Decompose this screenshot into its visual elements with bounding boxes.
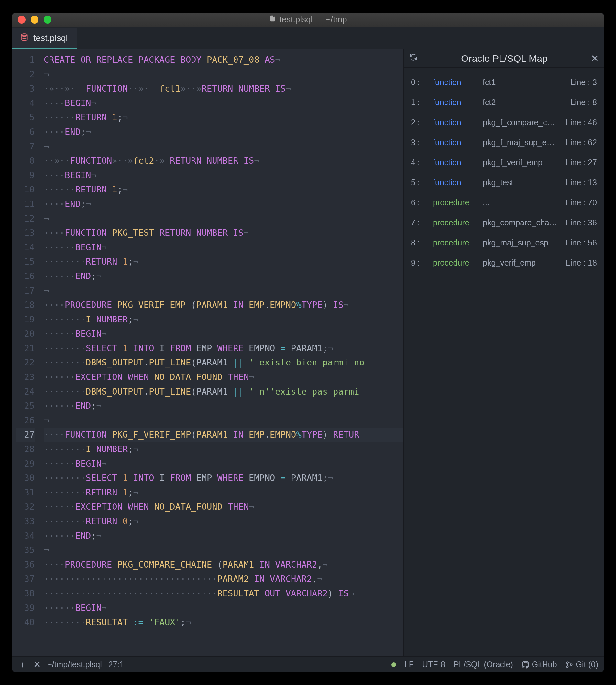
minimize-window-button[interactable] xyxy=(31,16,39,24)
code-line[interactable]: ······EXCEPTION WHEN NO_DATA_FOUND THEN¬ xyxy=(44,370,403,385)
tab-label: test.plsql xyxy=(33,33,68,43)
svg-point-2 xyxy=(570,664,572,665)
code-line[interactable]: ····END;¬ xyxy=(44,197,403,211)
line-number: 32 xyxy=(17,500,35,514)
code-line[interactable]: ·································PARAM2 … xyxy=(44,572,403,586)
map-row[interactable]: 0 :functionfct1Line : 3 xyxy=(404,72,604,92)
map-row-line: Line : 27 xyxy=(566,158,597,167)
editor-body: 1234567891011121314151617181920212223242… xyxy=(12,49,604,656)
code-line[interactable]: ······END;¬ xyxy=(44,269,403,283)
map-row-name: pkg_test xyxy=(483,178,558,187)
side-panel: Oracle PL/SQL Map ✕ 0 :functionfct1Line … xyxy=(403,49,604,656)
code-line[interactable]: ········I NUMBER;¬ xyxy=(44,442,403,457)
zoom-window-button[interactable] xyxy=(44,16,51,24)
code-line[interactable]: ······BEGIN¬ xyxy=(44,240,403,255)
code-line[interactable]: ······END;¬ xyxy=(44,529,403,543)
code-line[interactable]: ········RETURN 1;¬ xyxy=(44,254,403,269)
code-line[interactable]: ·»··»· FUNCTION··»· fct1»··»RETURN NUMBE… xyxy=(44,82,403,96)
code-line[interactable]: ····BEGIN¬ xyxy=(44,168,403,183)
line-number: 36 xyxy=(17,557,35,572)
status-encoding[interactable]: UTF-8 xyxy=(422,660,445,669)
code-line[interactable]: ······END;¬ xyxy=(44,399,403,413)
status-language[interactable]: PL/SQL (Oracle) xyxy=(454,660,513,669)
tab-test-plsql[interactable]: test.plsql xyxy=(12,28,77,49)
code-line[interactable]: ········SELECT 1 INTO I FROM EMP WHERE E… xyxy=(44,471,403,485)
map-row-line: Line : 70 xyxy=(566,198,597,207)
github-label: GitHub xyxy=(532,660,557,669)
map-row[interactable]: 7 :procedurepkg_compare_chaineLine : 36 xyxy=(404,212,604,232)
code-line[interactable]: ··»··FUNCTION»··»fct2·» RETURN NUMBER IS… xyxy=(44,154,403,168)
code-line[interactable]: ····FUNCTION PKG_F_VERIF_EMP(PARAM1 IN E… xyxy=(44,428,403,442)
status-cursor[interactable]: 27:1 xyxy=(108,660,124,669)
map-row-index: 8 : xyxy=(411,238,425,247)
map-row-kind: function xyxy=(433,118,475,127)
status-eol[interactable]: LF xyxy=(404,660,414,669)
code-line[interactable]: ········RETURN 1;¬ xyxy=(44,485,403,500)
code-line[interactable]: ········RESULTAT := 'FAUX';¬ xyxy=(44,615,403,630)
line-number: 1 xyxy=(17,53,35,67)
code-line[interactable]: ······BEGIN¬ xyxy=(44,327,403,341)
code-line[interactable]: ¬ xyxy=(44,67,403,82)
status-file-path[interactable]: ~/tmp/test.plsql xyxy=(47,660,102,669)
window-title-text: test.plsql — ~/tmp xyxy=(280,15,347,25)
map-row[interactable]: 4 :functionpkg_f_verif_empLine : 27 xyxy=(404,152,604,173)
editor-pane[interactable]: 1234567891011121314151617181920212223242… xyxy=(12,49,403,656)
code-line[interactable]: ········DBMS_OUTPUT.PUT_LINE(PARAM1 || '… xyxy=(44,356,403,370)
code-line[interactable]: ······EXCEPTION WHEN NO_DATA_FOUND THEN¬ xyxy=(44,500,403,514)
code-area[interactable]: CREATE OR REPLACE PACKAGE BODY PACK_07_0… xyxy=(38,49,403,656)
new-file-button[interactable]: ＋ xyxy=(18,659,27,671)
line-number: 35 xyxy=(17,543,35,557)
line-number: 25 xyxy=(17,399,35,413)
code-line[interactable]: ········I NUMBER;¬ xyxy=(44,313,403,327)
refresh-icon[interactable] xyxy=(409,53,418,64)
close-window-button[interactable] xyxy=(18,16,26,24)
code-line[interactable]: ····BEGIN¬ xyxy=(44,96,403,111)
close-file-button[interactable]: ✕ xyxy=(33,659,41,670)
map-row-line: Line : 62 xyxy=(566,138,597,147)
github-link[interactable]: GitHub xyxy=(522,660,557,669)
map-row[interactable]: 1 :functionfct2Line : 8 xyxy=(404,92,604,112)
map-row[interactable]: 8 :procedurepkg_maj_sup_esp_chLine : 56 xyxy=(404,232,604,253)
code-line[interactable]: ······BEGIN¬ xyxy=(44,457,403,471)
side-panel-header: Oracle PL/SQL Map ✕ xyxy=(404,49,604,68)
code-line[interactable]: ¬ xyxy=(44,211,403,226)
line-number: 11 xyxy=(17,197,35,211)
git-status[interactable]: Git (0) xyxy=(566,660,598,669)
code-line[interactable]: ¬ xyxy=(44,543,403,557)
code-line[interactable]: ········DBMS_OUTPUT.PUT_LINE(PARAM1 || '… xyxy=(44,385,403,399)
code-line[interactable]: ····FUNCTION PKG_TEST RETURN NUMBER IS¬ xyxy=(44,226,403,240)
map-row-kind: procedure xyxy=(433,198,475,207)
code-line[interactable]: ········RETURN 0;¬ xyxy=(44,514,403,529)
code-line[interactable]: ········SELECT 1 INTO I FROM EMP WHERE E… xyxy=(44,341,403,356)
map-row-name: pkg_maj_sup_esp_ch xyxy=(483,238,558,247)
code-line[interactable]: ····PROCEDURE PKG_COMPARE_CHAINE (PARAM1… xyxy=(44,557,403,572)
code-line[interactable]: CREATE OR REPLACE PACKAGE BODY PACK_07_0… xyxy=(44,53,403,67)
code-line[interactable]: ······RETURN 1;¬ xyxy=(44,110,403,125)
code-line[interactable]: ······RETURN 1;¬ xyxy=(44,182,403,197)
map-row-index: 2 : xyxy=(411,118,425,127)
code-line[interactable]: ¬ xyxy=(44,139,403,154)
line-number: 10 xyxy=(17,182,35,197)
code-line[interactable]: ······BEGIN¬ xyxy=(44,601,403,615)
code-line[interactable]: ¬ xyxy=(44,413,403,428)
map-row-index: 4 : xyxy=(411,158,425,167)
line-number: 24 xyxy=(17,385,35,399)
git-label: Git (0) xyxy=(576,660,598,669)
map-row[interactable]: 9 :procedurepkg_verif_empLine : 18 xyxy=(404,253,604,273)
code-line[interactable]: ·································RESULTA… xyxy=(44,586,403,601)
map-row-kind: function xyxy=(433,98,475,107)
code-line[interactable]: ¬ xyxy=(44,283,403,298)
map-list: 0 :functionfct1Line : 31 :functionfct2Li… xyxy=(404,68,604,656)
line-number: 16 xyxy=(17,269,35,283)
line-number: 40 xyxy=(17,615,35,630)
map-row-index: 0 : xyxy=(411,77,425,87)
map-row[interactable]: 5 :functionpkg_testLine : 13 xyxy=(404,173,604,192)
map-row-name: pkg_f_compare_chaine xyxy=(483,118,558,127)
map-row[interactable]: 3 :functionpkg_f_maj_sup_esp_chLine : 62 xyxy=(404,132,604,152)
line-number: 7 xyxy=(17,139,35,154)
map-row[interactable]: 6 :procedure...Line : 70 xyxy=(404,192,604,212)
map-row[interactable]: 2 :functionpkg_f_compare_chaineLine : 46 xyxy=(404,112,604,132)
close-icon[interactable]: ✕ xyxy=(591,53,599,64)
code-line[interactable]: ····END;¬ xyxy=(44,125,403,139)
code-line[interactable]: ····PROCEDURE PKG_VERIF_EMP (PARAM1 IN E… xyxy=(44,298,403,313)
